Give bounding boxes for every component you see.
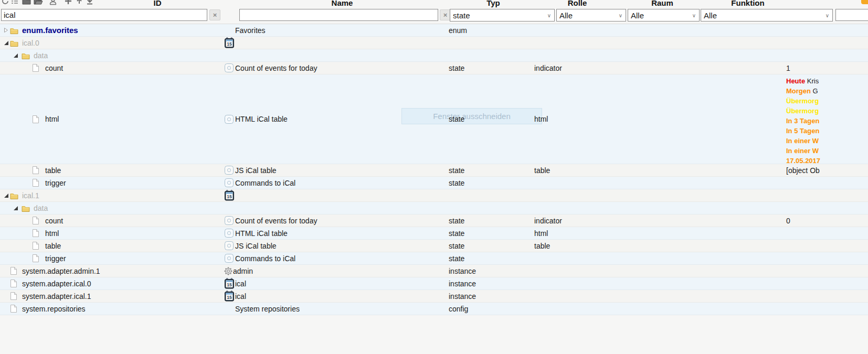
column-header-typ: Typ [486, 0, 500, 7]
expander-expanded-icon[interactable] [4, 189, 9, 201]
object-id: count [45, 214, 63, 227]
object-typ: instance [449, 277, 476, 289]
tree-row-ical.0[interactable]: ical.015 [0, 37, 868, 49]
object-typ: state [449, 164, 464, 176]
plus-icon[interactable] [64, 0, 73, 6]
folder-closed-icon[interactable] [22, 0, 31, 6]
grid-icon[interactable] [10, 0, 20, 6]
object-typ: instance [449, 290, 476, 302]
svg-text:15: 15 [227, 282, 232, 287]
rolle-filter-select[interactable]: Alle ∨ [556, 9, 626, 22]
typ-filter-select[interactable]: state ∨ [450, 9, 555, 22]
objects-tree-grid: enum.favoritesFavoritesenumical.015datac… [0, 24, 868, 315]
typ-filter-value: state [453, 11, 470, 20]
expander-expanded-icon[interactable] [4, 37, 9, 49]
name-filter-clear-icon[interactable]: × [440, 9, 451, 20]
refresh-icon[interactable] [1, 0, 10, 6]
column-header-rolle: Rolle [568, 0, 587, 7]
tree-row-enum.favorites[interactable]: enum.favoritesFavoritesenum [0, 24, 868, 37]
object-name: Commands to iCal [235, 177, 295, 189]
file-icon [10, 277, 17, 289]
funktion-filter-value: Alle [704, 11, 717, 20]
object-name: Commands to iCal [235, 252, 295, 264]
column-header-id: ID [154, 0, 162, 7]
object-id: data [34, 202, 48, 214]
object-rolle: indicator [534, 214, 562, 227]
funktion-filter-select[interactable]: Alle ∨ [701, 9, 833, 22]
object-wert: 0 [786, 214, 790, 227]
object-id: trigger [45, 252, 66, 264]
tree-row-trigger[interactable]: triggerCommands to iCalstate [0, 177, 868, 189]
object-name: System repositories [235, 303, 300, 315]
user-icon[interactable] [49, 0, 58, 6]
tree-row-count[interactable]: countCount of events for todaystateindic… [0, 62, 868, 74]
calendar-event-line: Übermorg [786, 106, 820, 116]
id-filter-clear-icon[interactable]: × [209, 9, 220, 20]
expand-all-icon[interactable] [75, 0, 84, 6]
tree-row-html[interactable]: htmlHTML iCal tablestatehtmlHeute KrisMo… [0, 74, 868, 164]
state-icon [225, 240, 234, 252]
expander-expanded-icon[interactable] [13, 202, 18, 214]
object-id: html [45, 74, 59, 164]
object-name: JS iCal table [235, 240, 277, 252]
chevron-down-icon: ∨ [825, 13, 829, 18]
event-text-segment: In einer W [786, 147, 819, 155]
folder-open-icon[interactable] [34, 0, 43, 6]
state-icon [225, 62, 234, 74]
tree-row-system.adapter.admin.1[interactable]: system.adapter.admin.1admininstance [0, 265, 868, 277]
event-text-segment: 17.05.2017 [786, 157, 820, 165]
expander-expanded-icon[interactable] [13, 49, 18, 61]
expander-collapsed-icon[interactable] [4, 24, 8, 36]
tree-row-trigger[interactable]: triggerCommands to iCalstate [0, 252, 868, 265]
folder-icon [10, 24, 18, 36]
column-header-raum: Raum [651, 0, 673, 7]
state-icon [225, 214, 234, 227]
tree-row-table[interactable]: tableJS iCal tablestatetable [0, 240, 868, 252]
object-id: table [45, 164, 61, 176]
state-icon [225, 74, 234, 164]
object-typ: state [449, 227, 464, 239]
object-typ: state [449, 240, 464, 252]
object-typ: state [449, 177, 464, 189]
object-rolle: table [534, 240, 550, 252]
object-name: HTML iCal table [235, 74, 288, 164]
object-name: Favorites [235, 24, 266, 36]
calendar-event-line: Heute Kris [786, 76, 820, 86]
object-rolle: html [534, 74, 548, 164]
object-typ: state [449, 252, 464, 264]
state-icon [225, 227, 234, 239]
id-filter-input[interactable] [1, 9, 207, 21]
chevron-down-icon: ∨ [619, 13, 622, 18]
object-id: system.adapter.ical.0 [22, 277, 91, 289]
tree-row-html[interactable]: htmlHTML iCal tablestatehtml [0, 227, 868, 240]
object-name: ical [235, 277, 246, 289]
tree-row-system.repositories[interactable]: system.repositoriesSystem repositoriesco… [0, 303, 868, 315]
column-header-name: Name [332, 0, 353, 7]
object-rolle: table [534, 164, 550, 176]
file-icon [32, 214, 39, 227]
name-filter-input[interactable] [239, 9, 438, 21]
tree-row-system.adapter.ical.1[interactable]: system.adapter.ical.115icalinstance [0, 290, 868, 303]
object-id: data [34, 49, 48, 61]
wert-filter-input[interactable] [835, 9, 868, 21]
rolle-filter-value: Alle [559, 11, 573, 20]
collapse-all-icon[interactable] [86, 0, 95, 6]
event-text-segment: Kris [805, 77, 819, 85]
file-icon [32, 252, 39, 264]
object-id: count [45, 62, 63, 74]
tree-row-ical.1[interactable]: ical.115 [0, 189, 868, 202]
tree-row-system.adapter.ical.0[interactable]: system.adapter.ical.015icalinstance [0, 277, 868, 290]
tree-row-data[interactable]: data [0, 202, 868, 214]
unknown-icon [861, 0, 868, 5]
tree-row-data[interactable]: data [0, 49, 868, 62]
object-id: ical.0 [22, 37, 39, 49]
tree-row-table[interactable]: tableJS iCal tablestatetable[object Ob [0, 164, 868, 177]
raum-filter-value: Alle [631, 11, 644, 20]
raum-filter-select[interactable]: Alle ∨ [628, 9, 700, 22]
event-text-segment: Morgen [786, 87, 811, 95]
tree-row-count[interactable]: countCount of events for todaystateindic… [0, 214, 868, 227]
object-wert: [object Ob [786, 164, 820, 176]
file-icon [10, 303, 17, 315]
event-text-segment: G [811, 87, 818, 95]
svg-text:15: 15 [227, 41, 232, 47]
